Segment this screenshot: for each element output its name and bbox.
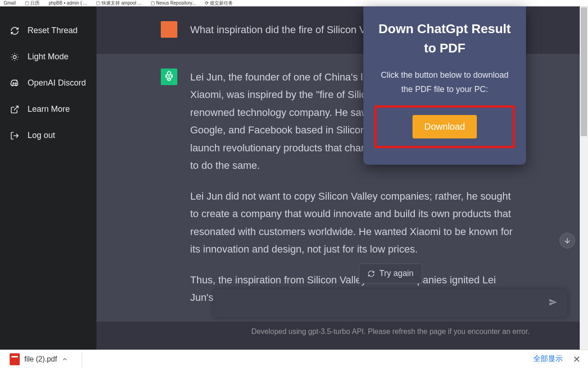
- send-button[interactable]: [548, 297, 558, 309]
- svg-point-0: [13, 55, 17, 58]
- message-input[interactable]: [223, 299, 548, 308]
- sidebar-item-label: Light Mode: [28, 52, 68, 62]
- pdf-file-icon: [10, 353, 20, 365]
- sidebar-item-label: OpenAI Discord: [28, 78, 86, 88]
- user-avatar: [161, 21, 177, 38]
- download-button[interactable]: Download: [413, 115, 477, 138]
- scrollbar-thumb[interactable]: [581, 7, 587, 136]
- browser-bookmarks-bar: Gmail▢ 日历phpBB • admin ( ...▢ 快速支持 ampoo…: [0, 0, 588, 6]
- arrow-down-icon: [563, 236, 571, 245]
- message-input-bar[interactable]: [214, 289, 567, 317]
- sun-icon: [10, 52, 19, 62]
- download-item[interactable]: file (2).pdf: [7, 351, 82, 368]
- browser-download-shelf: file (2).pdf 全部显示 ✕: [0, 350, 588, 368]
- external-link-icon: [10, 105, 19, 114]
- sidebar: Reset Thread Light Mode OpenAI Discord L…: [0, 6, 96, 350]
- download-pdf-popup: Down ChatGpt Result to PDF Click the but…: [363, 6, 526, 165]
- popup-button-highlight: Download: [374, 105, 515, 148]
- footer-text: Developed using gpt-3.5-turbo API. Pleas…: [193, 328, 588, 336]
- close-download-shelf[interactable]: ✕: [573, 354, 581, 365]
- refresh-icon: [368, 270, 375, 277]
- popup-subtitle: Click the button below to download the P…: [374, 68, 515, 96]
- try-again-button[interactable]: Try again: [359, 264, 422, 283]
- sidebar-item-reset-thread[interactable]: Reset Thread: [0, 17, 96, 44]
- discord-icon: [10, 79, 19, 88]
- sidebar-item-label: Reset Thread: [28, 26, 78, 35]
- send-icon: [548, 297, 558, 307]
- sidebar-item-learn-more[interactable]: Learn More: [0, 96, 96, 122]
- sidebar-item-discord[interactable]: OpenAI Discord: [0, 70, 96, 96]
- popup-title: Down ChatGpt Result to PDF: [374, 19, 515, 58]
- sidebar-item-light-mode[interactable]: Light Mode: [0, 44, 96, 70]
- scroll-down-button[interactable]: [560, 233, 575, 248]
- sidebar-item-logout[interactable]: Log out: [0, 122, 96, 149]
- logout-icon: [10, 131, 19, 140]
- sidebar-item-label: Learn More: [28, 104, 70, 114]
- assistant-avatar: [161, 69, 177, 85]
- openai-logo-icon: [163, 70, 175, 83]
- show-all-downloads[interactable]: 全部显示: [533, 354, 563, 364]
- sidebar-item-label: Log out: [28, 131, 55, 140]
- chevron-up-icon: [62, 356, 68, 362]
- refresh-icon: [10, 26, 19, 35]
- page-scrollbar[interactable]: ▲: [580, 6, 588, 350]
- download-filename: file (2).pdf: [24, 355, 57, 363]
